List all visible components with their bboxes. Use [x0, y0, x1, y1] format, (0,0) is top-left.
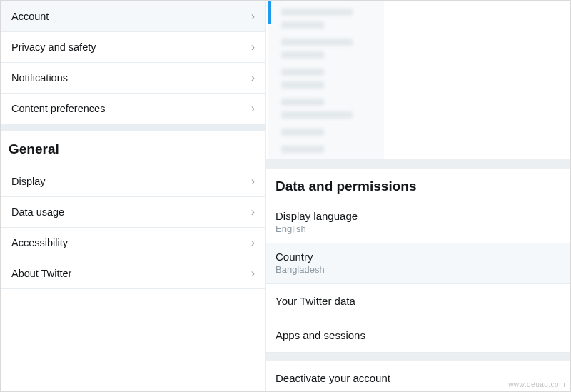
row-value: English — [276, 223, 560, 234]
sidebar-item-content-preferences[interactable]: Content preferences › — [1, 94, 265, 124]
chevron-right-icon: › — [251, 102, 255, 115]
row-country[interactable]: Country Bangladesh — [266, 243, 570, 284]
chevron-right-icon: › — [251, 267, 255, 280]
row-your-twitter-data[interactable]: Your Twitter data — [266, 284, 570, 318]
watermark-text: www.deuaq.com — [508, 381, 565, 388]
sidebar-item-label: Display — [11, 176, 46, 187]
sidebar-item-data-usage[interactable]: Data usage › — [1, 197, 265, 228]
sidebar-item-label: Data usage — [11, 206, 64, 218]
chevron-right-icon: › — [251, 206, 255, 218]
row-apps-and-sessions[interactable]: Apps and sessions — [266, 318, 570, 353]
sidebar-item-privacy-safety[interactable]: Privacy and safety › — [1, 32, 265, 63]
chevron-right-icon: › — [251, 175, 255, 188]
sidebar-item-accessibility[interactable]: Accessibility › — [1, 228, 265, 258]
sidebar-item-label: Accessibility — [11, 237, 68, 248]
account-detail-panel: Data and permissions Display language En… — [266, 1, 570, 391]
sidebar-item-label: About Twitter — [11, 268, 71, 279]
row-label: Your Twitter data — [276, 295, 560, 307]
sidebar-item-label: Content preferences — [11, 103, 105, 114]
sidebar-item-label: Account — [11, 11, 49, 22]
chevron-right-icon: › — [251, 10, 255, 23]
chevron-right-icon: › — [251, 71, 255, 84]
chevron-right-icon: › — [251, 236, 255, 249]
settings-sidebar: Account › Privacy and safety › Notificat… — [1, 1, 266, 391]
row-label: Country — [276, 251, 560, 263]
sidebar-item-about-twitter[interactable]: About Twitter › — [1, 258, 265, 289]
row-label: Display language — [276, 210, 560, 222]
general-section-header: General — [1, 131, 265, 166]
section-divider — [266, 159, 570, 169]
sidebar-item-label: Notifications — [11, 72, 68, 84]
section-divider — [1, 124, 265, 131]
sidebar-item-notifications[interactable]: Notifications › — [1, 63, 265, 94]
sidebar-item-account[interactable]: Account › — [1, 1, 265, 32]
row-display-language[interactable]: Display language English — [266, 203, 570, 243]
redacted-login-section — [268, 1, 384, 159]
section-divider — [266, 353, 570, 361]
row-value: Bangladesh — [276, 264, 560, 275]
sidebar-item-label: Privacy and safety — [11, 41, 96, 53]
chevron-right-icon: › — [251, 41, 255, 54]
data-permissions-header: Data and permissions — [266, 169, 570, 203]
settings-root: Account › Privacy and safety › Notificat… — [1, 1, 570, 391]
sidebar-item-display[interactable]: Display › — [1, 166, 265, 197]
row-label: Apps and sessions — [276, 329, 560, 341]
